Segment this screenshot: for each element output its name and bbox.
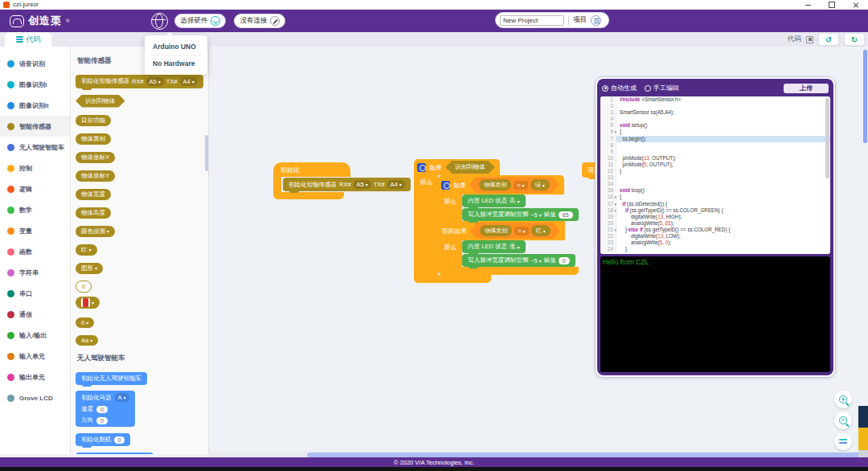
redo-button[interactable]: ↻	[844, 33, 865, 46]
fold-icon[interactable]: ▾	[614, 129, 616, 135]
sidebar-category-item[interactable]: 输出单元	[0, 367, 70, 387]
pwm-pin-dropdown[interactable]: ~5	[530, 211, 542, 219]
workspace-vertical-scrollbar[interactable]	[863, 50, 867, 143]
pwm-value-input[interactable]: 65	[559, 211, 573, 219]
led-state-dropdown[interactable]: 低	[510, 243, 520, 251]
dropdown-option-arduino-uno[interactable]: Arduino UNO	[145, 39, 207, 55]
zoom-out-button[interactable]	[834, 412, 852, 429]
globe-language-button[interactable]	[151, 13, 168, 30]
sidebar-category-item[interactable]: 无人驾驶智能车	[0, 137, 70, 158]
palette-block-dropdown[interactable]: 0	[76, 317, 94, 328]
value-input[interactable]: 0	[96, 417, 108, 424]
close-button[interactable]	[844, 0, 868, 10]
block-builtin-led-low[interactable]: 内置 LED 状态 低	[462, 240, 525, 253]
block-builtin-led-high[interactable]: 内置 LED 状态 高	[462, 195, 525, 207]
sidebar-category-item[interactable]: 数学	[0, 199, 70, 220]
code-view-toggle-icon[interactable]	[806, 36, 813, 43]
block-init-smart-sensor[interactable]: 初始化智能传感器 RX# A5 TX# A4	[283, 178, 411, 191]
undo-button[interactable]: ↺	[818, 33, 839, 46]
sidebar-category-item[interactable]: 智能传感器	[0, 116, 70, 137]
palette-block-reporter[interactable]: 物体类别	[76, 133, 111, 145]
motor-dropdown[interactable]: A	[115, 393, 129, 402]
sidebar-category-item[interactable]: 语音识别	[0, 53, 70, 74]
project-name-input[interactable]	[500, 15, 564, 26]
operator-dropdown[interactable]: =	[514, 181, 527, 190]
palette-block-init-smart-sensor[interactable]: 初始化智能传感器RX#A5TX#A4	[76, 75, 203, 88]
pwm-value-input[interactable]: 0	[559, 257, 570, 264]
sidebar-category-item[interactable]: 字符串	[0, 262, 70, 283]
block-object-category[interactable]: 物体类别	[479, 179, 511, 190]
palette-block-dropdown[interactable]: 红	[76, 244, 97, 256]
minimize-button[interactable]	[796, 0, 820, 10]
code-editor[interactable]: 1#include <SmartSensor.h>23SmartSensor s…	[600, 96, 830, 254]
select-hardware-button[interactable]: 选择硬件	[174, 14, 226, 28]
palette-block-dropdown[interactable]: 颜色侦测	[76, 226, 115, 237]
tab-code[interactable]: 代码	[5, 32, 51, 47]
sidebar-category-item[interactable]: 函数	[0, 241, 70, 262]
pwm-pin-dropdown[interactable]: ~5	[530, 257, 542, 264]
sidebar-category-item[interactable]: Grove LCD	[0, 387, 70, 408]
value-input[interactable]: 0	[96, 406, 108, 413]
zoom-in-button[interactable]	[834, 391, 852, 408]
upload-button[interactable]: 上传	[784, 84, 829, 93]
connection-status-button[interactable]: 没有连接	[234, 14, 285, 28]
sidebar-category-item[interactable]: 变量	[0, 220, 70, 241]
palette-block-icon-dropdown[interactable]	[76, 297, 100, 309]
fold-icon[interactable]: ▾	[614, 227, 616, 233]
tx-pin-dropdown[interactable]: A4	[387, 180, 405, 189]
palette-block-car-stack[interactable]: 初始化多层神经网络模组	[76, 453, 154, 454]
sidebar-category-item[interactable]: 控制	[0, 158, 70, 178]
block-object-detected[interactable]: 识别到物体	[445, 161, 495, 174]
palette-block-hex[interactable]: 识别到物体	[76, 95, 125, 108]
palette-block-car-stack[interactable]: 初始化舵机0	[76, 433, 130, 446]
palette-block-reporter[interactable]: 物体高度	[76, 207, 111, 219]
palette-block-init-motor[interactable]: 初始化马达A速度0方向0	[76, 391, 135, 427]
sidebar-category-item[interactable]: 图像识别II	[0, 95, 70, 116]
zoom-reset-button[interactable]	[834, 432, 852, 450]
palette-block-reporter[interactable]: 目前功能	[76, 115, 111, 126]
editor-scrollbar[interactable]	[825, 98, 829, 178]
category-label: 输入单元	[19, 352, 45, 361]
block-comparison-green[interactable]: 物体类别 = 绿	[469, 177, 559, 193]
block-pwm-write-65[interactable]: 写入脉冲宽度调制管脚 ~5 赋值 65	[462, 208, 578, 221]
sidebar-category-item[interactable]: 逻辑	[0, 178, 70, 199]
manual-edit-radio[interactable]: 手工编辑	[645, 84, 679, 92]
palette-block-dropdown[interactable]: Aa	[76, 335, 98, 346]
color-dropdown-red[interactable]: 红	[531, 225, 551, 236]
maximize-button[interactable]	[820, 0, 844, 10]
sidebar-category-item[interactable]: 输入/输出	[0, 325, 70, 346]
block-comparison-red[interactable]: 物体类别 = 红	[470, 223, 559, 239]
tx-pin-dropdown[interactable]: A4	[180, 77, 198, 86]
fold-icon[interactable]: ▾	[614, 201, 616, 207]
palette-block-dropdown[interactable]: 图形	[76, 263, 103, 274]
sidebar-category-item[interactable]: 通信	[0, 304, 70, 325]
code-text: #include <SmartSensor.h>	[616, 96, 681, 103]
block-pwm-write-0[interactable]: 写入脉冲宽度调制管脚 ~5 赋值 0	[462, 254, 575, 267]
led-state-dropdown[interactable]: 高	[510, 197, 520, 205]
sidebar-category-item[interactable]: 串口	[0, 283, 70, 304]
auto-generate-radio[interactable]: 自动生成	[602, 84, 637, 92]
fold-icon[interactable]: ▾	[614, 207, 616, 214]
project-list-icon[interactable]	[591, 15, 601, 26]
color-dropdown-green[interactable]: 绿	[530, 179, 550, 190]
dropdown-option-no-hardware[interactable]: No Hardware	[145, 55, 207, 72]
palette-scrollbar[interactable]	[205, 135, 208, 171]
value-input[interactable]: 0	[114, 436, 125, 444]
palette-block-number[interactable]: 0	[76, 281, 92, 293]
palette-block-reporter[interactable]: 物体坐标Y	[76, 170, 115, 182]
rx-pin-dropdown[interactable]: A5	[354, 180, 371, 189]
operator-dropdown[interactable]: =	[514, 227, 528, 236]
fold-icon[interactable]: ▾	[614, 194, 616, 200]
rx-pin-dropdown[interactable]: A5	[146, 77, 164, 86]
block-if-outer[interactable]: 如果 识别到物体 那么 如果 物体类别 =	[414, 159, 578, 283]
category-label: 图像识别II	[19, 101, 48, 110]
block-initialize-hat[interactable]: 初始化 初始化智能传感器 RX# A5 TX# A4	[273, 162, 411, 199]
sidebar-category-item[interactable]: 输入单元	[0, 346, 70, 367]
block-if-elseif-inner[interactable]: 如果 物体类别 = 绿 那么	[438, 175, 578, 275]
palette-block-reporter[interactable]: 物体坐标X	[76, 152, 115, 163]
block-object-category[interactable]: 物体类别	[480, 225, 512, 236]
sidebar-category-item[interactable]: 图像识别I	[0, 74, 70, 95]
palette-block-reporter[interactable]: 物体宽度	[76, 189, 111, 200]
serial-console[interactable]: Hello from CZL	[600, 256, 830, 372]
palette-block-car-stack[interactable]: 初始化无人驾驶智能车	[76, 372, 147, 385]
